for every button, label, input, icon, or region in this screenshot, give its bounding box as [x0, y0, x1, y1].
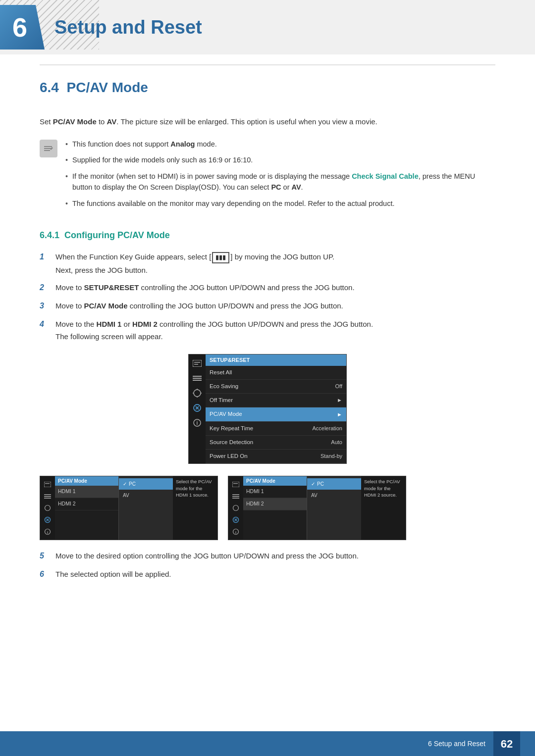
- note-item-3: If the monitor (when set to HDMI) is in …: [63, 171, 495, 193]
- two-screenshots-row: i PC/AV Mode HDMI 1 HDMI 2 ✓PC AV Select…: [40, 476, 495, 540]
- svg-rect-9: [193, 380, 202, 381]
- check-signal-bold: Check Signal Cable: [352, 172, 419, 180]
- subsection-title: Configuring PC/AV Mode: [64, 230, 170, 240]
- svg-rect-29: [232, 494, 239, 495]
- svg-rect-18: [44, 482, 51, 487]
- chapter-title: Setup and Reset: [54, 13, 202, 42]
- pcav-bold: PC/AV Mode: [53, 117, 97, 126]
- subsection-heading: 6.4.1 Configuring PC/AV Mode: [40, 229, 495, 242]
- footer-text: 6 Setup and Reset: [428, 739, 485, 749]
- svg-rect-8: [193, 378, 202, 379]
- sub-menu-item-hdmi1-2: HDMI 1: [243, 486, 307, 498]
- step-content-4: Move to the HDMI 1 or HDMI 2 controlling…: [55, 318, 495, 343]
- sub-sidebar-icon-4b: [230, 516, 241, 524]
- svg-rect-20: [44, 494, 51, 495]
- sidebar-icon-1: [192, 359, 203, 367]
- step-content-5: Move to the desired option controlling t…: [55, 550, 495, 561]
- step-content-2: Move to SETUP&RESET controlling the JOG …: [55, 282, 495, 293]
- pc-bold: PC: [271, 183, 281, 191]
- menu-item-reset-all: Reset All: [206, 366, 346, 380]
- pencil-icon: [43, 143, 54, 154]
- sub-sidebar-icon-2b: [230, 492, 241, 500]
- svg-rect-6: [194, 364, 198, 365]
- steps-list: 1 When the Function Key Guide appears, s…: [40, 251, 495, 342]
- check-icon-1: ✓: [123, 481, 127, 487]
- svg-rect-30: [232, 496, 239, 497]
- sub-sidebar-icon-2a: [42, 492, 53, 500]
- hdmi2-bold: HDMI 2: [132, 320, 158, 328]
- sidebar-icon-4: [192, 404, 203, 412]
- svg-rect-28: [233, 483, 238, 484]
- note-item-1: This function does not support Analog mo…: [63, 139, 495, 150]
- sub-sidebar-icon-5a: i: [42, 528, 53, 536]
- av-bold-2: AV: [292, 183, 301, 191]
- analog-bold: Analog: [170, 140, 195, 148]
- chapter-number-box: 6: [0, 5, 45, 50]
- svg-text:i: i: [47, 531, 48, 534]
- step-4-sub: The following screen will appear.: [55, 331, 495, 342]
- side-text-1: Select the PC/AV mode for the HDMI 1 sou…: [173, 476, 217, 540]
- sub-screenshot-1: i PC/AV Mode HDMI 1 HDMI 2 ✓PC AV Select…: [40, 476, 218, 540]
- menu-item-keyrepeat: Key Repeat TimeAcceleration: [206, 422, 346, 436]
- svg-rect-4: [193, 360, 202, 367]
- step-num-6: 6: [40, 568, 53, 581]
- sub-sidebar-icon-5b: i: [230, 528, 241, 536]
- svg-rect-21: [44, 496, 51, 497]
- sub-menu-item-hdmi2-1: HDMI 2: [55, 498, 118, 510]
- svg-text:i: i: [235, 531, 236, 534]
- check-icon-2: ✓: [311, 481, 315, 487]
- step-2: 2 Move to SETUP&RESET controlling the JO…: [40, 282, 495, 294]
- hdmi1-bold: HDMI 1: [97, 320, 122, 328]
- menu-item-source: Source DetectionAuto: [206, 436, 346, 450]
- sub-menu-main-1: PC/AV Mode HDMI 1 HDMI 2: [55, 476, 118, 540]
- menu-item-off-timer: Off Timer►: [206, 394, 346, 407]
- sub-menu-title-1: PC/AV Mode: [55, 476, 118, 486]
- sub-panel-pc-1: ✓PC: [119, 478, 173, 490]
- step-5: 5 Move to the desired option controlling…: [40, 550, 495, 562]
- section-number: 6.4: [40, 80, 59, 95]
- step-4: 4 Move to the HDMI 1 or HDMI 2 controlli…: [40, 318, 495, 343]
- menu-screenshot: i SETUP&RESET Reset All Eco SavingOff Of…: [188, 354, 347, 464]
- step-num-4: 4: [40, 318, 53, 331]
- menu-item-eco: Eco SavingOff: [206, 380, 346, 394]
- main-content: 6.4 PC/AV Mode Set PC/AV Mode to AV. The…: [0, 54, 535, 629]
- step-1-sub: Next, press the JOG button.: [55, 264, 495, 276]
- note-item-4: The functions available on the monitor m…: [63, 198, 495, 209]
- svg-rect-27: [232, 482, 239, 487]
- main-menu-diagram: i SETUP&RESET Reset All Eco SavingOff Of…: [40, 354, 495, 464]
- page-footer: 6 Setup and Reset 62: [0, 731, 535, 756]
- sub-sidebar-icon-1b: [230, 480, 241, 488]
- section-heading: 6.4 PC/AV Mode: [40, 77, 495, 102]
- sub-panel-av-2: AV: [307, 490, 361, 501]
- sub-screenshot-2: i PC/AV Mode HDMI 1 HDMI 2 ✓PC AV Select…: [228, 476, 406, 540]
- sub-sidebar-icon-4a: [42, 516, 53, 524]
- sub-menu-main-2: PC/AV Mode HDMI 1 HDMI 2: [243, 476, 307, 540]
- sub-sidebar-icon-3b: [230, 504, 241, 512]
- note-box: This function does not support Analog mo…: [40, 139, 495, 214]
- note-item-2: Supplied for the wide models only such a…: [63, 154, 495, 165]
- svg-rect-19: [45, 483, 50, 484]
- step-content-1: When the Function Key Guide appears, sel…: [55, 251, 495, 276]
- section-divider: [40, 64, 495, 65]
- step-num-2: 2: [40, 282, 53, 294]
- menu-item-power-led: Power LED OnStand-by: [206, 450, 346, 463]
- sidebar-icon-2: [192, 374, 203, 382]
- setup-reset-bold: SETUP&RESET: [84, 283, 139, 292]
- menu-item-pcav: PC/AV Mode►: [206, 407, 346, 421]
- page-number: 62: [493, 731, 520, 756]
- chapter-title-text: Setup and Reset: [54, 17, 202, 38]
- svg-point-32: [233, 505, 239, 511]
- sub-menu-title-2: PC/AV Mode: [243, 476, 307, 486]
- sub-icon-sidebar-2: i: [228, 476, 243, 540]
- sub-menu-item-hdmi1-1: HDMI 1: [55, 486, 118, 498]
- side-text-2: Select the PC/AV mode for the HDMI 2 sou…: [361, 476, 406, 540]
- step-num-1: 1: [40, 251, 53, 263]
- step-3: 3 Move to PC/AV Mode controlling the JOG…: [40, 300, 495, 312]
- menu-title-bar: SETUP&RESET: [206, 354, 346, 366]
- section-title: PC/AV Mode: [67, 80, 148, 95]
- sub-sidebar-icon-3a: [42, 504, 53, 512]
- sub-sidebar-icon-1a: [42, 480, 53, 488]
- step-6: 6 The selected option will be applied.: [40, 568, 495, 581]
- step-num-5: 5: [40, 550, 53, 562]
- svg-rect-22: [44, 498, 51, 499]
